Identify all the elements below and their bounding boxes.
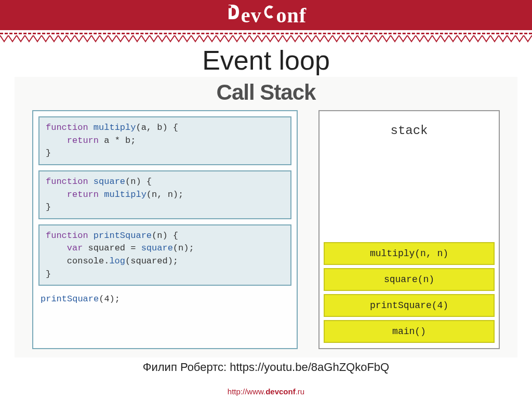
zigzag-divider [0,35,532,43]
code-call: printSquare(4); [38,291,291,305]
stack-item: main() [324,320,495,343]
conference-header: ev onf [0,0,532,30]
dashed-divider [0,30,532,34]
footer-url: http://www.devconf.ru [0,387,532,396]
logo-text-ev: ev [241,3,262,28]
diagram-area: Call Stack function multiply(a, b) { ret… [15,77,517,357]
stack-column: stack multiply(n, n) square(n) printSqua… [318,110,500,349]
stack-item: square(n) [324,268,495,291]
code-block-multiply: function multiply(a, b) { return a * b; … [38,116,291,165]
logo-d-glyph [225,2,241,26]
logo-text-onf: onf [276,3,307,28]
footer-bold: devconf [265,387,296,396]
logo-c-glyph [262,2,276,26]
code-block-printsquare: function printSquare(n) { var squared = … [38,224,291,286]
stack-item: printSquare(4) [324,294,495,317]
code-column: function multiply(a, b) { return a * b; … [32,110,298,349]
stack-spacer [320,138,499,242]
credit-line: Филип Робертс: https://youtu.be/8aGhZQko… [0,361,532,374]
footer-pre: http://www. [228,387,265,396]
devconf-logo: ev onf [225,3,307,28]
slide-title: Event loop [0,45,532,76]
code-block-square: function square(n) { return multiply(n, … [38,170,291,219]
stack-label: stack [320,111,499,138]
svg-point-0 [228,5,231,8]
stack-items: multiply(n, n) square(n) printSquare(4) … [320,242,499,348]
diagram-title: Call Stack [15,77,517,105]
diagram-columns: function multiply(a, b) { return a * b; … [15,105,517,349]
stack-item: multiply(n, n) [324,242,495,265]
footer-post: .ru [296,387,305,396]
